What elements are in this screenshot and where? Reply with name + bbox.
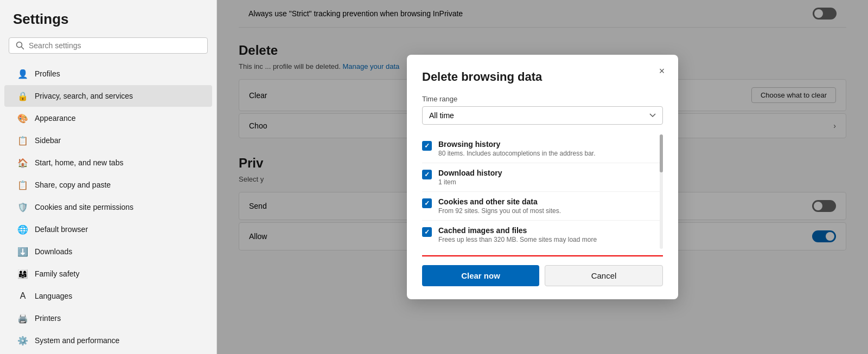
checkbox-desc-cookies: From 92 sites. Signs you out of most sit…	[438, 207, 561, 215]
nav-icon-privacy: 🔒	[17, 91, 28, 101]
search-icon	[16, 41, 24, 50]
scrollbar-track	[660, 134, 663, 249]
nav-label-downloads: Downloads	[35, 247, 72, 256]
sidebar-item-cookies[interactable]: 🛡️Cookies and site permissions	[4, 196, 212, 218]
search-input[interactable]	[29, 41, 201, 50]
time-range-select[interactable]: Last hourLast 24 hoursLast 7 daysLast 4 …	[422, 106, 663, 125]
nav-label-default-browser: Default browser	[35, 225, 88, 234]
checkbox-text-download-history: Download history 1 item	[438, 169, 502, 186]
dialog-title: Delete browsing data	[422, 70, 663, 84]
nav-label-profiles: Profiles	[35, 69, 60, 78]
nav-icon-default-browser: 🌐	[17, 224, 28, 235]
checkbox-item-cached: Cached images and files Frees up less th…	[422, 221, 663, 249]
main-content: Always use "Strict" tracking prevention …	[217, 0, 868, 354]
sidebar-item-start-home[interactable]: 🏠Start, home, and new tabs	[4, 152, 212, 173]
sidebar-item-family-safety[interactable]: 👨‍👩‍👧Family safety	[4, 263, 212, 285]
modal-overlay: × Delete browsing data Time range Last h…	[217, 0, 868, 354]
sidebar-item-downloads[interactable]: ⬇️Downloads	[4, 241, 212, 262]
nav-label-start-home: Start, home, and new tabs	[35, 158, 123, 167]
sidebar-item-appearance[interactable]: 🎨Appearance	[4, 107, 212, 129]
checkbox-label-cookies: Cookies and other site data	[438, 197, 561, 206]
nav-icon-system: ⚙️	[17, 335, 28, 346]
nav-icon-appearance: 🎨	[17, 113, 28, 124]
sidebar-item-languages[interactable]: ALanguages	[4, 285, 212, 307]
nav-icon-printers: 🖨️	[17, 313, 28, 324]
checkbox-item-cookies: Cookies and other site data From 92 site…	[422, 192, 663, 221]
nav-icon-cookies: 🛡️	[17, 202, 28, 213]
nav-label-languages: Languages	[35, 292, 72, 300]
nav-icon-start-home: 🏠	[17, 157, 28, 168]
delete-browsing-data-dialog: × Delete browsing data Time range Last h…	[407, 55, 678, 299]
checkbox-download-history[interactable]	[422, 170, 432, 179]
sidebar-item-privacy[interactable]: 🔒Privacy, search, and services	[4, 85, 212, 107]
sidebar-item-profiles[interactable]: 👤Profiles	[4, 63, 212, 85]
checkbox-text-browsing-history: Browsing history 80 items. Includes auto…	[438, 140, 596, 157]
checkbox-desc-cached: Frees up less than 320 MB. Some sites ma…	[438, 236, 597, 243]
checkbox-desc-download-history: 1 item	[438, 178, 502, 186]
nav-icon-share: 📋	[17, 179, 28, 190]
nav-label-family-safety: Family safety	[35, 269, 79, 278]
search-box[interactable]	[9, 37, 208, 54]
nav-label-printers: Printers	[35, 314, 61, 323]
nav-icon-downloads: ⬇️	[17, 246, 28, 257]
nav-icon-languages: A	[17, 291, 28, 301]
sidebar-item-printers[interactable]: 🖨️Printers	[4, 307, 212, 329]
checkbox-text-cookies: Cookies and other site data From 92 site…	[438, 197, 561, 215]
checkbox-desc-browsing-history: 80 items. Includes autocompletions in th…	[438, 150, 596, 157]
checkbox-label-download-history: Download history	[438, 169, 502, 177]
checkbox-text-cached: Cached images and files Frees up less th…	[438, 226, 597, 243]
dialog-close-button[interactable]: ×	[654, 63, 669, 79]
nav-list: 👤Profiles🔒Privacy, search, and services🎨…	[0, 62, 216, 354]
nav-label-appearance: Appearance	[35, 114, 76, 123]
checkbox-label-cached: Cached images and files	[438, 226, 597, 235]
svg-line-1	[22, 47, 24, 49]
nav-label-share: Share, copy and paste	[35, 181, 111, 189]
checkbox-label-browsing-history: Browsing history	[438, 140, 596, 149]
nav-icon-family-safety: 👨‍👩‍👧	[17, 268, 28, 279]
app-title: Settings	[0, 11, 216, 37]
checkbox-item-browsing-history: Browsing history 80 items. Includes auto…	[422, 134, 663, 163]
sidebar-item-system[interactable]: ⚙️System and performance	[4, 330, 212, 351]
sidebar-item-default-browser[interactable]: 🌐Default browser	[4, 218, 212, 240]
clear-now-button[interactable]: Clear now	[422, 265, 539, 286]
checkbox-browsing-history[interactable]	[422, 141, 432, 151]
nav-label-privacy: Privacy, search, and services	[35, 92, 133, 100]
nav-label-cookies: Cookies and site permissions	[35, 203, 133, 211]
scrollbar-thumb	[660, 134, 663, 172]
dialog-footer: Clear now Cancel	[422, 255, 663, 286]
nav-icon-sidebar: 📋	[17, 135, 28, 146]
sidebar: Settings 👤Profiles🔒Privacy, search, and …	[0, 0, 217, 354]
sidebar-item-sidebar[interactable]: 📋Sidebar	[4, 130, 212, 151]
time-range-label: Time range	[422, 95, 663, 103]
cancel-button[interactable]: Cancel	[545, 265, 663, 286]
nav-label-system: System and performance	[35, 336, 119, 345]
nav-label-sidebar: Sidebar	[35, 136, 61, 145]
nav-icon-profiles: 👤	[17, 68, 28, 79]
checkbox-cached[interactable]	[422, 227, 432, 237]
checkbox-list: Browsing history 80 items. Includes auto…	[422, 134, 663, 249]
checkbox-item-download-history: Download history 1 item	[422, 163, 663, 192]
sidebar-item-share[interactable]: 📋Share, copy and paste	[4, 174, 212, 196]
checkbox-cookies[interactable]	[422, 198, 432, 208]
